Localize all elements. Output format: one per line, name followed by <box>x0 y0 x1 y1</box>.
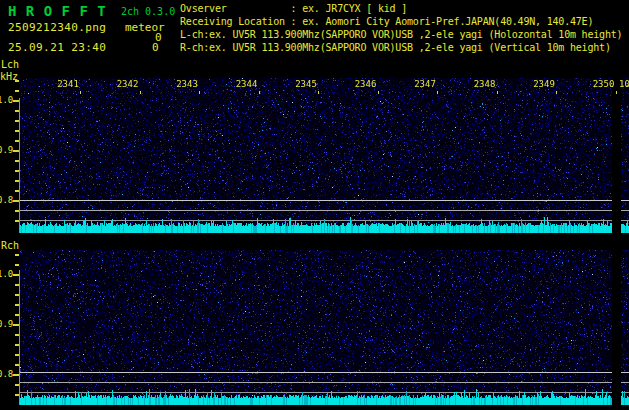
observer-info-line: Receiving Location : ex. Aomori City Aom… <box>180 15 622 28</box>
time-axis-label: 2341 <box>57 79 79 89</box>
rch-spectrogram-canvas <box>19 250 629 405</box>
freq-minor-tick <box>15 210 19 212</box>
time-axis-label: 2342 <box>117 79 139 89</box>
freq-axis-label: 0.9 <box>0 145 13 155</box>
time-axis-label: 2349 <box>533 79 555 89</box>
freq-axis-label: 1.0 <box>0 269 13 279</box>
freq-minor-tick <box>15 130 19 132</box>
time-axis-label: 2345 <box>295 79 317 89</box>
observer-info-line: L-ch:ex. UV5R 113.900Mhz(SAPPORO VOR)USB… <box>180 28 622 41</box>
time-axis-label: 2348 <box>474 79 496 89</box>
freq-minor-tick <box>15 160 19 162</box>
freq-major-tick <box>13 324 19 326</box>
time-axis-label: 2347 <box>414 79 436 89</box>
freq-major-tick <box>13 150 19 152</box>
rch-echo-count: 0 <box>152 41 159 54</box>
freq-minor-tick <box>15 384 19 386</box>
time-axis-label: 2344 <box>236 79 258 89</box>
freq-major-tick <box>13 374 19 376</box>
freq-minor-tick <box>15 140 19 142</box>
freq-axis-label: 0.8 <box>0 369 13 379</box>
freq-minor-tick <box>15 170 19 172</box>
time-axis-label: 2343 <box>176 79 198 89</box>
freq-minor-tick <box>15 80 19 82</box>
freq-axis-label: 0.9 <box>0 319 13 329</box>
freq-minor-tick <box>15 334 19 336</box>
freq-minor-tick <box>15 304 19 306</box>
rch-channel-label: Rch <box>1 240 19 251</box>
freq-minor-tick <box>15 364 19 366</box>
lch-channel-label: Lch <box>1 59 19 70</box>
freq-minor-tick <box>15 354 19 356</box>
freq-minor-tick <box>15 110 19 112</box>
freq-minor-tick <box>15 314 19 316</box>
hrofft-screen: H R O F F T 2ch 0.3.0 2509212340.png met… <box>0 0 629 410</box>
observer-info-line: R-ch:ex. UV5R 113.900Mhz(SAPPORO VOR)USB… <box>180 41 622 54</box>
observer-info-line: Ovserver : ex. JR7CYX [ kid ] <box>180 2 622 15</box>
freq-minor-tick <box>15 294 19 296</box>
time-axis-label: 2346 <box>355 79 377 89</box>
freq-minor-tick <box>15 254 19 256</box>
freq-minor-tick <box>15 90 19 92</box>
freq-minor-tick <box>15 180 19 182</box>
filename-label: 2509212340.png <box>8 21 106 34</box>
freq-minor-tick <box>15 394 19 396</box>
freq-axis-label: 1.0 <box>0 95 13 105</box>
lch-spectrogram-canvas <box>19 78 629 233</box>
time-axis-label: 2350 <box>593 79 615 89</box>
freq-minor-tick <box>15 120 19 122</box>
freq-minor-tick <box>15 264 19 266</box>
datetime-label: 25.09.21 23:40 <box>8 41 106 54</box>
app-title: H R O F F T <box>8 3 106 19</box>
freq-major-tick <box>13 100 19 102</box>
partial-time-label: 10 <box>619 79 629 89</box>
freq-minor-tick <box>15 190 19 192</box>
freq-major-tick <box>13 200 19 202</box>
version-label: 2ch 0.3.0 <box>121 6 175 17</box>
freq-axis-label: 0.8 <box>0 195 13 205</box>
freq-minor-tick <box>15 220 19 222</box>
freq-major-tick <box>13 274 19 276</box>
observer-info-block: Ovserver : ex. JR7CYX [ kid ]Receiving L… <box>180 2 622 54</box>
freq-minor-tick <box>15 284 19 286</box>
freq-minor-tick <box>15 344 19 346</box>
